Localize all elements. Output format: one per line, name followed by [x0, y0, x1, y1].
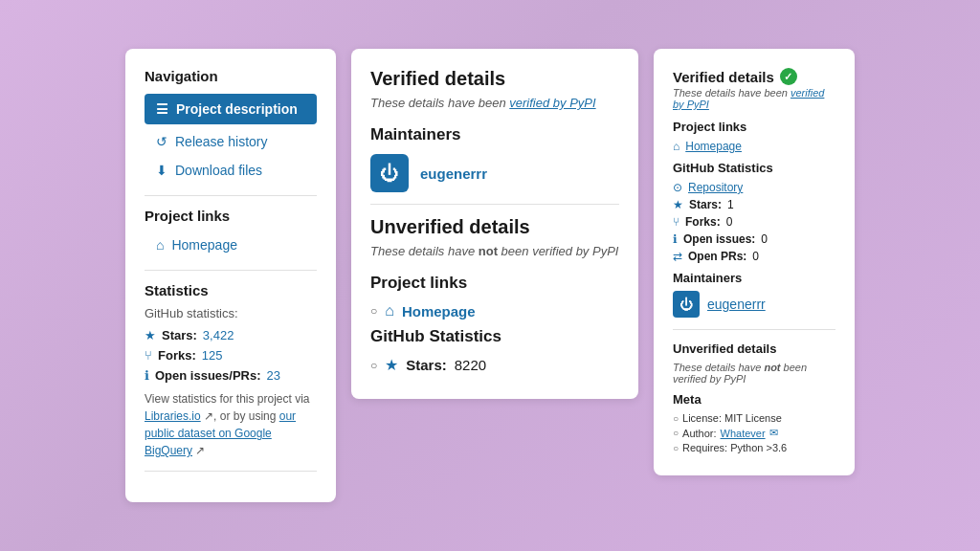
- stars-mid-row: ○ ★ Stars: 8220: [370, 356, 619, 374]
- stars-mid-value: 8220: [455, 357, 486, 373]
- github-icon: ⊙: [673, 181, 682, 194]
- maintainer-row: ⏻ eugenerrr: [370, 154, 619, 192]
- star-icon: ★: [145, 328, 156, 342]
- bullet-license: ○: [673, 413, 679, 424]
- issues-label: Open issues/PRs:: [155, 368, 261, 383]
- issue-icon-right: ℹ: [673, 232, 678, 246]
- unverified-heading: Unverified details: [370, 216, 619, 238]
- statistics-title: Statistics: [145, 282, 317, 298]
- project-description-label: Project description: [176, 101, 298, 117]
- history-icon: ↺: [156, 134, 167, 149]
- right-prs-value: 0: [752, 250, 759, 263]
- github-stats-label: GitHub statistics:: [145, 306, 317, 320]
- mid-divider: [370, 204, 619, 205]
- maintainer-avatar: ⏻: [370, 154, 409, 192]
- home-icon-right: ⌂: [673, 140, 679, 153]
- left-panel: Navigation ☰ Project description ↺ Relea…: [125, 49, 336, 502]
- project-homepage-row: ○ ⌂ Homepage: [370, 302, 619, 320]
- right-homepage-link[interactable]: Homepage: [685, 140, 742, 153]
- right-maintainers-title: Maintainers: [673, 271, 835, 285]
- fork-icon: ⑂: [145, 348, 152, 363]
- maintainer-name-link[interactable]: eugenerrr: [420, 165, 487, 182]
- right-forks-row: ⑂ Forks: 0: [673, 215, 835, 229]
- bullet-star: ○: [370, 359, 377, 372]
- right-unverified-title: Unverified details: [673, 342, 835, 356]
- star-icon-mid: ★: [385, 356, 398, 374]
- forks-label: Forks:: [158, 348, 196, 363]
- middle-panel: Verified details These details have been…: [351, 49, 638, 399]
- unverified-sub: These details have not been verified by …: [370, 244, 619, 258]
- right-avatar-icon: ⏻: [679, 297, 693, 312]
- issues-row: ℹ Open issues/PRs: 23: [145, 368, 317, 383]
- issue-icon: ℹ: [145, 368, 149, 383]
- homepage-link[interactable]: ⌂ Homepage: [145, 231, 317, 258]
- right-prs-row: ⇄ Open PRs: 0: [673, 250, 835, 263]
- author-link[interactable]: Whatever: [721, 428, 766, 439]
- right-verified-heading: Verified details ✓: [673, 68, 835, 85]
- right-not-bold: not: [764, 362, 780, 373]
- right-github-title: GitHub Statistics: [673, 161, 835, 175]
- meta-author: ○ Author: Whatever ✉: [673, 427, 835, 439]
- stars-value: 3,422: [203, 328, 234, 342]
- stars-label: Stars:: [162, 328, 197, 342]
- right-maintainer-link[interactable]: eugenerrr: [707, 297, 766, 312]
- stars-row: ★ Stars: 3,422: [145, 328, 317, 342]
- bullet-requires: ○: [673, 443, 679, 453]
- divider-3: [145, 471, 317, 472]
- maintainers-heading: Maintainers: [370, 125, 619, 144]
- project-description-nav[interactable]: ☰ Project description: [145, 94, 317, 124]
- forks-value: 125: [202, 348, 223, 363]
- download-files-label: Download files: [175, 163, 262, 178]
- right-meta-title: Meta: [673, 392, 835, 407]
- libraries-link[interactable]: Libraries.io: [145, 409, 201, 423]
- avatar-icon: ⏻: [380, 163, 399, 185]
- right-unverified-sub: These details have not been verified by …: [673, 362, 835, 385]
- home-icon: ⌂: [156, 237, 164, 253]
- right-issues-row: ℹ Open issues: 0: [673, 232, 835, 246]
- bullet-icon: ○: [370, 304, 377, 318]
- right-stars-label: Stars:: [689, 198, 722, 211]
- nav-title: Navigation: [145, 68, 317, 84]
- right-verified-sub: These details have been verified by PyPI: [673, 87, 835, 110]
- project-links-title: Project links: [145, 208, 317, 224]
- download-icon: ⬇: [156, 163, 167, 178]
- right-avatar: ⏻: [673, 291, 700, 318]
- right-panel: Verified details ✓ These details have be…: [654, 49, 855, 475]
- forks-row: ⑂ Forks: 125: [145, 348, 317, 363]
- project-links-heading: Project links: [370, 274, 619, 293]
- pr-icon-right: ⇄: [673, 250, 682, 263]
- meta-license: ○ License: MIT License: [673, 412, 835, 424]
- issues-value: 23: [267, 368, 280, 383]
- right-issues-label: Open issues:: [683, 232, 755, 246]
- verified-heading: Verified details: [370, 68, 619, 90]
- verified-sub: These details have been verified by PyPI: [370, 96, 619, 110]
- github-heading: GitHub Statistics: [370, 327, 619, 346]
- check-icon: ✓: [780, 68, 797, 85]
- email-icon: ✉: [769, 427, 778, 439]
- homepage-label: Homepage: [171, 237, 237, 253]
- homepage-mid-link[interactable]: Homepage: [402, 303, 476, 320]
- right-homepage-row: ⌂ Homepage: [673, 140, 835, 153]
- stats-note: View statistics for this project via Lib…: [145, 390, 317, 459]
- divider-1: [145, 195, 317, 196]
- divider-2: [145, 270, 317, 271]
- star-icon-right: ★: [673, 198, 683, 211]
- release-history-link[interactable]: ↺ Release history: [145, 128, 317, 155]
- right-repo-row: ⊙ Repository: [673, 181, 835, 194]
- right-issues-value: 0: [761, 232, 768, 246]
- right-prs-label: Open PRs:: [688, 250, 746, 263]
- right-pypi-link[interactable]: verified by PyPI: [673, 87, 824, 110]
- right-maintainer-row: ⏻ eugenerrr: [673, 291, 835, 318]
- stars-mid-label: Stars:: [406, 357, 447, 373]
- download-files-link[interactable]: ⬇ Download files: [145, 157, 317, 184]
- release-history-label: Release history: [175, 134, 268, 149]
- meta-requires: ○ Requires: Python >3.6: [673, 442, 835, 453]
- bullet-author: ○: [673, 428, 679, 438]
- pypi-verified-link[interactable]: verified by PyPI: [509, 96, 595, 110]
- right-forks-value: 0: [726, 215, 733, 229]
- list-icon: ☰: [156, 101, 168, 117]
- verified-text: Verified details: [673, 69, 774, 85]
- right-stars-value: 1: [727, 198, 734, 211]
- right-repo-link[interactable]: Repository: [688, 181, 743, 194]
- right-divider: [673, 329, 835, 330]
